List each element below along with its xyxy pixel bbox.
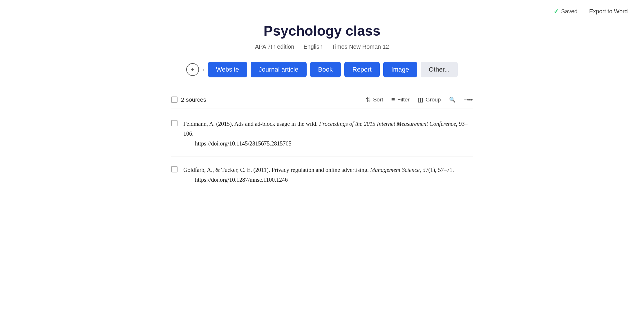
more-options-button[interactable]: ••• <box>464 96 473 103</box>
source-type-journal-button[interactable]: Journal article <box>251 62 307 77</box>
group-button[interactable]: Group <box>418 96 441 103</box>
citation-style: APA 7th edition <box>255 43 294 50</box>
top-bar: ✓ Saved Export to Word <box>0 0 644 23</box>
font-style: Times New Roman 12 <box>332 43 389 50</box>
reference-content-2: Goldfarb, A., & Tucker, C. E. (2011). Pr… <box>183 165 454 185</box>
table-row: Goldfarb, A., & Tucker, C. E. (2011). Pr… <box>171 157 473 193</box>
page-title: Psychology class <box>171 23 473 39</box>
reference-content-1: Feldmann, A. (2015). Ads and ad-block us… <box>183 119 473 148</box>
add-icon: + <box>191 65 195 74</box>
sort-button[interactable]: Sort <box>366 96 383 103</box>
sources-count-label: 2 sources <box>181 97 206 103</box>
source-type-other-button[interactable]: Other... <box>421 62 458 77</box>
export-to-word-button[interactable]: Export to Word <box>587 7 630 16</box>
sources-count-area: 2 sources <box>171 97 366 103</box>
source-type-report-button[interactable]: Report <box>344 62 380 77</box>
sort-icon <box>366 96 371 103</box>
search-icon <box>449 97 455 103</box>
reference-checkbox-1[interactable] <box>171 120 178 126</box>
group-icon <box>418 96 423 103</box>
chevron-right-icon: › <box>202 66 205 73</box>
reference-checkbox-2[interactable] <box>171 166 178 172</box>
language: English <box>303 43 323 50</box>
saved-check-icon: ✓ <box>553 8 559 15</box>
reference-url-1: https://doi.org/10.1145/2815675.2815705 <box>183 139 473 148</box>
reference-main-line-2: Goldfarb, A., & Tucker, C. E. (2011). Pr… <box>183 165 454 175</box>
chevron-right-button[interactable]: › <box>202 66 205 73</box>
source-type-book-button[interactable]: Book <box>310 62 341 77</box>
toolbar-actions: Sort Filter Group ••• <box>366 96 473 103</box>
reference-main-line-1: Feldmann, A. (2015). Ads and ad-block us… <box>183 119 473 139</box>
source-type-image-button[interactable]: Image <box>383 62 417 77</box>
filter-label: Filter <box>397 97 410 103</box>
search-button[interactable] <box>449 97 455 103</box>
toolbar: 2 sources Sort Filter Group ••• <box>171 91 473 108</box>
add-source-button[interactable]: + <box>186 63 199 76</box>
reference-url-2: https://doi.org/10.1287/mnsc.1100.1246 <box>183 175 454 185</box>
table-row: Feldmann, A. (2015). Ads and ad-block us… <box>171 111 473 157</box>
select-all-checkbox[interactable] <box>171 97 178 103</box>
page-meta: APA 7th edition English Times New Roman … <box>171 43 473 50</box>
filter-icon <box>391 96 395 103</box>
references-list: Feldmann, A. (2015). Ads and ad-block us… <box>171 108 473 193</box>
source-type-website-button[interactable]: Website <box>208 62 247 77</box>
group-label: Group <box>426 97 441 103</box>
sort-label: Sort <box>373 97 383 103</box>
more-options-icon: ••• <box>464 96 473 103</box>
saved-label: Saved <box>561 8 578 15</box>
saved-indicator: ✓ Saved <box>553 8 578 15</box>
main-content: Psychology class APA 7th edition English… <box>148 23 496 193</box>
source-type-bar: + › Website Journal article Book Report … <box>171 62 473 77</box>
filter-button[interactable]: Filter <box>391 96 410 103</box>
